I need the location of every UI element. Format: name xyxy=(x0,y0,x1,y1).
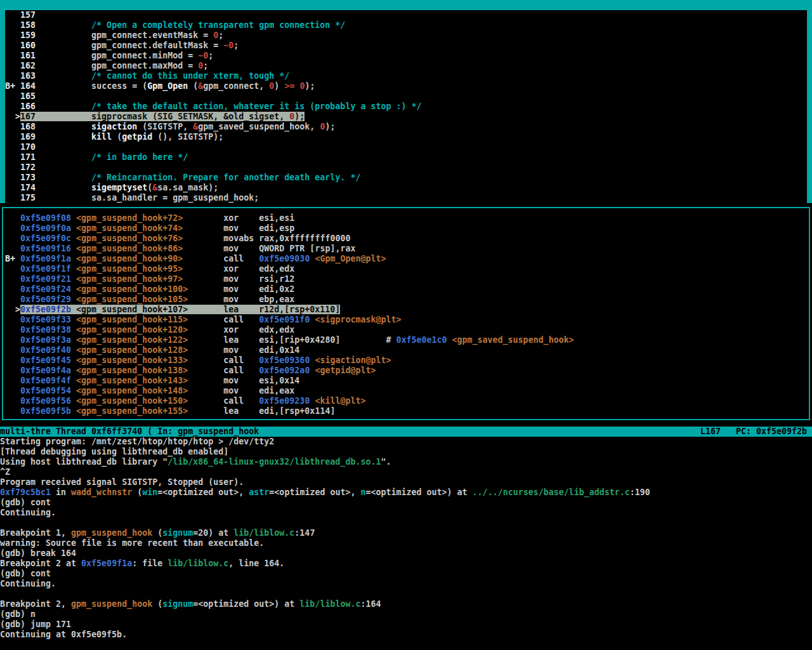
console-line: Continuing. xyxy=(0,508,812,518)
source-line: 165 xyxy=(5,91,812,102)
console-line: Continuing. xyxy=(0,579,812,589)
asm-line: 0xf5e09f0a <gpm_suspend_hook+74> mov edi… xyxy=(5,223,812,234)
asm-line: 0xf5e09f56 <gpm_suspend_hook+150> call 0… xyxy=(5,396,812,406)
source-line: 161 gpm_connect.minMod = ~0; xyxy=(5,51,812,61)
asm-line: 0xf5e09f21 <gpm_suspend_hook+97> mov rsi… xyxy=(5,274,812,284)
console-line: 0xf79c5bc1 in wadd_wchnstr (win=<optimiz… xyxy=(0,488,812,498)
console-line: ^Z xyxy=(0,467,812,477)
asm-line: 0xf5e09f3a <gpm_suspend_hook+122> lea es… xyxy=(5,335,812,345)
asm-line: 0xf5e09f16 <gpm_suspend_hook+86> mov QWO… xyxy=(5,244,812,254)
source-line: 168 sigaction (SIGTSTP, &gpm_saved_suspe… xyxy=(5,122,812,132)
asm-line: 0xf5e09f5b <gpm_suspend_hook+155> lea ed… xyxy=(5,406,812,416)
asm-line: 0xf5e09f4a <gpm_suspend_hook+138> call 0… xyxy=(5,366,812,376)
console-line: Program received signal SIGTSTP, Stopped… xyxy=(0,477,812,488)
source-line: 173 /* Reincarnation. Prepare for anothe… xyxy=(5,173,812,183)
source-line: 163 /* cannot do this under xterm, tough… xyxy=(5,71,812,81)
console-line: Using host libthread_db library "/lib/x8… xyxy=(0,457,812,467)
source-line: 171 /* in bardo here */ xyxy=(5,152,812,162)
source-line: B+ 164 success = (Gpm_Open (&gpm_connect… xyxy=(5,81,812,91)
source-line: 162 gpm_connect.maxMod = 0; xyxy=(5,61,812,71)
console-line xyxy=(0,589,812,599)
source-line: 170 xyxy=(5,142,812,152)
gdb-console[interactable]: Starting program: /mnt/zest/htop/htop/ht… xyxy=(0,437,812,640)
asm-line: 0xf5e09f24 <gpm_suspend_hook+100> mov ed… xyxy=(5,284,812,295)
source-line: 169 kill (getpid (), SIGTSTP); xyxy=(5,132,812,142)
asm-line: B+ 0xf5e09f1a <gpm_suspend_hook+90> call… xyxy=(5,254,812,264)
console-line: Breakpoint 2 at 0xf5e09f1a: file lib/lib… xyxy=(0,559,812,569)
source-window-titlebar: lib/liblow.c xyxy=(0,0,812,10)
status-pc-indicator: PC: 0xf5e09f2b xyxy=(736,427,807,436)
console-line: Breakpoint 2, gpm_suspend_hook (signum=<… xyxy=(0,599,812,609)
source-line: 158 /* Open a completely transparent gpm… xyxy=(5,20,812,30)
assembly-pane: 0xf5e09f08 <gpm_suspend_hook+72> xor esi… xyxy=(0,213,812,416)
status-right: L167PC: 0xf5e09f2b xyxy=(700,427,807,437)
asm-line: 0xf5e09f1f <gpm_suspend_hook+95> xor edx… xyxy=(5,264,812,274)
asm-line: 0xf5e09f08 <gpm_suspend_hook+72> xor esi… xyxy=(5,213,812,223)
source-line: 175 sa.sa_handler = gpm_suspend_hook; xyxy=(5,193,812,203)
console-line: Continuing at 0xf5e09f5b. xyxy=(0,630,812,640)
source-line: 159 gpm_connect.eventMask = 0; xyxy=(5,30,812,41)
source-line: 172 xyxy=(5,162,812,173)
status-thread-info: multi-thre Thread 0xf6ff3740 ( In: gpm_s… xyxy=(0,427,259,437)
console-line: Starting program: /mnt/zest/htop/htop/ht… xyxy=(0,437,812,447)
console-line: (gdb) cont xyxy=(0,569,812,579)
asm-line: 0xf5e09f40 <gpm_suspend_hook+128> mov ed… xyxy=(5,345,812,355)
asm-line: >0xf5e09f2b <gpm_suspend_hook+107> lea r… xyxy=(5,305,812,315)
source-line: 166 /* take the default action, whatever… xyxy=(5,102,812,112)
source-line: 160 gpm_connect.defaultMask = ~0; xyxy=(5,41,812,51)
console-line: (gdb) jump 171 xyxy=(0,620,812,630)
asm-line: 0xf5e09f38 <gpm_suspend_hook+120> xor ed… xyxy=(5,325,812,335)
console-line xyxy=(0,518,812,528)
console-line: (gdb) n xyxy=(0,609,812,620)
source-line: >167 sigprocmask (SIG_SETMASK, &old_sigs… xyxy=(5,112,812,122)
asm-line: 0xf5e09f45 <gpm_suspend_hook+133> call 0… xyxy=(5,355,812,366)
console-line: (gdb) cont xyxy=(0,498,812,508)
source-pane: 157 158 /* Open a completely transparent… xyxy=(0,10,812,203)
console-line: (gdb) break 164 xyxy=(0,548,812,559)
source-line: 157 xyxy=(5,10,812,20)
asm-line: 0xf5e09f54 <gpm_suspend_hook+148> mov ed… xyxy=(5,386,812,396)
console-line: warning: Source file is more recent than… xyxy=(0,538,812,548)
asm-line: 0xf5e09f29 <gpm_suspend_hook+105> mov eb… xyxy=(5,295,812,305)
console-line: Breakpoint 1, gpm_suspend_hook (signum=2… xyxy=(0,528,812,538)
gdb-tui-terminal[interactable]: lib/liblow.c 157 158 /* Open a completel… xyxy=(0,0,812,650)
asm-line: 0xf5e09f33 <gpm_suspend_hook+115> call 0… xyxy=(5,315,812,325)
status-line-indicator: L167 xyxy=(700,427,721,436)
asm-line: 0xf5e09f0c <gpm_suspend_hook+76> movabs … xyxy=(5,234,812,244)
console-line: [Thread debugging using libthread_db ena… xyxy=(0,447,812,457)
source-line: 174 sigemptyset(&sa.sa_mask); xyxy=(5,183,812,193)
asm-line: 0xf5e09f4f <gpm_suspend_hook+143> mov es… xyxy=(5,376,812,386)
status-bar: multi-thre Thread 0xf6ff3740 ( In: gpm_s… xyxy=(0,427,812,437)
